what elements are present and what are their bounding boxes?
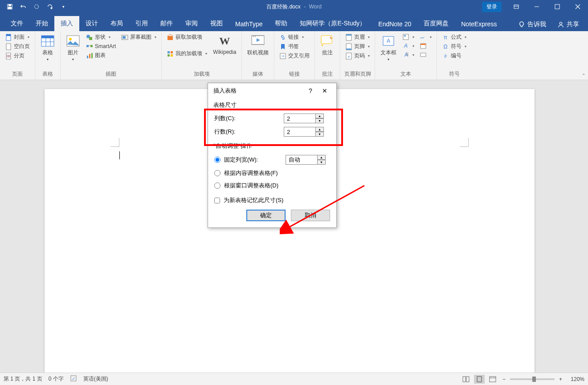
chevron-down-icon: ▾ <box>72 57 74 61</box>
addins-icon <box>167 50 174 57</box>
tab-view[interactable]: 视图 <box>204 16 229 31</box>
language-status[interactable]: 英语(美国) <box>83 375 108 383</box>
redo-icon[interactable] <box>30 0 43 13</box>
pagenum-button[interactable]: #页码 <box>344 52 371 60</box>
svg-rect-56 <box>466 377 469 382</box>
fixed-width-input[interactable] <box>286 155 318 165</box>
tab-references[interactable]: 引用 <box>129 16 154 31</box>
print-layout-icon[interactable] <box>474 375 485 384</box>
chart-button[interactable]: 图表 <box>85 51 117 60</box>
footer-button[interactable]: 页脚 <box>344 42 371 51</box>
number-icon: # <box>442 53 449 60</box>
fixed-up-icon[interactable]: ▲ <box>318 155 326 160</box>
fixed-width-spinner[interactable]: ▲▼ <box>286 155 326 165</box>
dialog-titlebar[interactable]: 插入表格 ? ✕ <box>208 83 336 98</box>
number-button[interactable]: #编号 <box>441 52 468 60</box>
collapse-ribbon-icon[interactable]: ⌃ <box>582 73 585 78</box>
tab-review[interactable]: 审阅 <box>179 16 204 31</box>
textbox-button[interactable]: A 文本框 ▾ <box>379 33 398 70</box>
maximize-icon[interactable] <box>547 0 568 13</box>
login-button[interactable]: 登录 <box>482 2 502 12</box>
ok-button[interactable]: 确定 <box>246 210 286 221</box>
share-button[interactable]: 共享 <box>553 18 584 31</box>
svg-text:#: # <box>445 54 447 59</box>
smartart-button[interactable]: SmartArt <box>85 42 117 50</box>
tab-noteexpress[interactable]: NoteExpress <box>455 17 503 31</box>
page-status[interactable]: 第 1 页，共 1 页 <box>4 375 42 383</box>
datetime-button[interactable] <box>418 42 433 50</box>
svg-point-31 <box>253 36 254 37</box>
minimize-icon[interactable] <box>527 0 547 13</box>
svg-rect-38 <box>346 49 351 50</box>
online-video-button[interactable]: 联机视频 <box>245 33 270 70</box>
shapes-button[interactable]: 形状 <box>85 33 117 41</box>
group-tables: 表格 ▾ 表格 <box>35 31 61 80</box>
comment-button[interactable]: 批注 <box>318 33 336 70</box>
svg-point-3 <box>35 5 39 9</box>
spelling-icon[interactable] <box>70 375 77 383</box>
tab-layout[interactable]: 布局 <box>104 16 129 31</box>
bookmark-button[interactable]: 书签 <box>278 42 311 51</box>
tell-me[interactable]: 告诉我 <box>514 18 551 31</box>
svg-point-6 <box>559 22 562 24</box>
zoom-level[interactable]: 120% <box>567 376 584 382</box>
crossref-button[interactable]: 交叉引用 <box>278 52 311 60</box>
link-button[interactable]: 链接 <box>278 33 311 41</box>
equation-button[interactable]: π公式 <box>441 33 468 41</box>
quickparts-icon <box>402 33 409 41</box>
wikipedia-button[interactable]: W Wikipedia <box>211 33 238 70</box>
remember-checkbox[interactable] <box>214 198 220 203</box>
undo-icon[interactable] <box>17 0 29 13</box>
tab-mailings[interactable]: 邮件 <box>154 16 179 31</box>
screenshot-button[interactable]: 屏幕截图 <box>120 33 158 41</box>
word-count[interactable]: 0 个字 <box>49 375 64 383</box>
object-button[interactable] <box>418 51 433 59</box>
svg-rect-9 <box>6 44 11 50</box>
header-button[interactable]: 页眉 <box>344 33 371 41</box>
zoom-out-icon[interactable]: − <box>501 376 507 382</box>
wordart-button[interactable]: A <box>401 42 416 50</box>
zoom-slider[interactable] <box>510 378 555 380</box>
get-addins-button[interactable]: 获取加载项 <box>165 33 208 41</box>
equation-icon: π <box>442 34 449 41</box>
group-pages: 封面 空白页 分页 页面 <box>0 31 35 80</box>
signature-button[interactable] <box>418 33 433 41</box>
tab-help[interactable]: 帮助 <box>269 16 294 31</box>
cancel-button[interactable]: 取消 <box>291 210 330 221</box>
dialog-help-icon[interactable]: ? <box>303 87 318 94</box>
repeat-icon[interactable] <box>44 0 56 13</box>
quick-parts-button[interactable] <box>401 33 416 41</box>
tab-cnki[interactable]: 知网研学（原E-Study） <box>294 16 372 31</box>
tab-baidu[interactable]: 百度网盘 <box>417 16 455 31</box>
tab-insert[interactable]: 插入 <box>54 16 79 31</box>
close-icon[interactable] <box>568 0 588 13</box>
dialog-close-icon[interactable]: ✕ <box>318 87 332 94</box>
my-addins-button[interactable]: 我的加载项 <box>165 49 208 58</box>
group-illustrations: 图片 ▾ 形状 SmartArt 图表 屏幕截图 插图 <box>61 31 162 80</box>
qat-more-icon[interactable]: ▾ <box>57 0 69 13</box>
fit-content-radio[interactable] <box>214 170 220 176</box>
tab-mathtype[interactable]: MathType <box>229 17 269 31</box>
fit-window-radio[interactable] <box>214 182 220 189</box>
zoom-in-icon[interactable]: + <box>557 376 564 382</box>
text-cursor <box>119 151 120 159</box>
fixed-down-icon[interactable]: ▼ <box>318 160 326 165</box>
symbol-button[interactable]: Ω符号 <box>441 42 468 51</box>
page-break-button[interactable]: 分页 <box>4 52 31 60</box>
margin-corner-tr <box>460 138 469 147</box>
remember-label: 为新表格记忆此尺寸(S) <box>224 196 283 204</box>
ribbon-display-icon[interactable] <box>506 0 527 13</box>
web-layout-icon[interactable] <box>487 375 498 384</box>
picture-button[interactable]: 图片 ▾ <box>64 33 82 70</box>
tab-file[interactable]: 文件 <box>4 16 29 31</box>
blank-page-button[interactable]: 空白页 <box>4 42 31 51</box>
tab-home[interactable]: 开始 <box>29 16 54 31</box>
cover-page-button[interactable]: 封面 <box>4 33 31 41</box>
save-icon[interactable] <box>4 0 16 13</box>
dropcap-button[interactable]: A <box>401 51 416 59</box>
read-mode-icon[interactable] <box>461 375 471 384</box>
tab-endnote[interactable]: EndNote 20 <box>372 17 417 31</box>
tab-design[interactable]: 设计 <box>79 16 104 31</box>
table-button[interactable]: 表格 ▾ <box>39 33 57 70</box>
fixed-width-radio[interactable] <box>214 157 220 163</box>
